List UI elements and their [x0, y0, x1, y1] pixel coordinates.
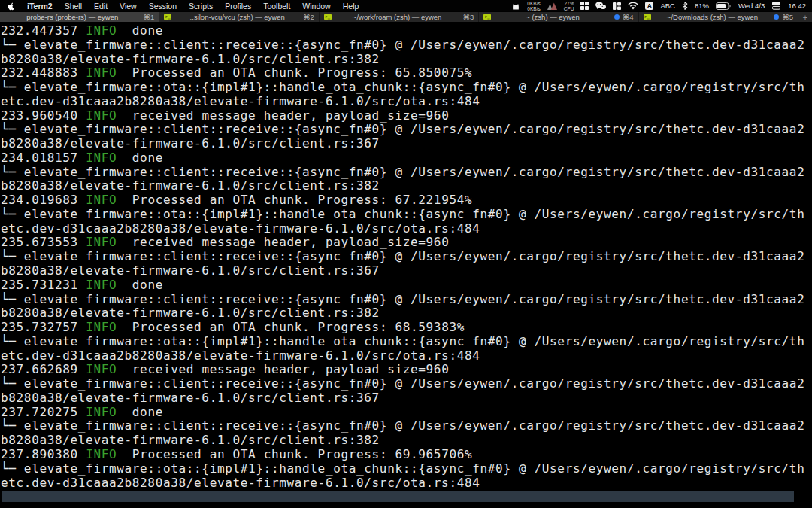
terminal-output[interactable]: 232.447357 INFO done└─ elevate_firmware:…	[0, 22, 812, 508]
log-level: INFO	[86, 108, 117, 123]
log-location: b8280a38/elevate-firmware-6.1.0/src/clie…	[1, 53, 812, 67]
tab-shortcut: ⌘2	[303, 13, 314, 21]
log-location: └─ elevate_firmware::ota::{impl#1}::hand…	[1, 335, 812, 349]
menu-help[interactable]: Help	[343, 2, 359, 11]
log-location: etc.dev-d31caaa2b8280a38/elevate-firmwar…	[1, 222, 812, 236]
log-location: b8280a38/elevate-firmware-6.1.0/src/clie…	[1, 137, 812, 151]
cpu-percent: 27%	[564, 1, 574, 6]
wifi-icon[interactable]	[628, 2, 638, 10]
menu-iterm2[interactable]: iTerm2	[27, 2, 53, 11]
log-location: └─ elevate_firmware::client::receive::{a…	[1, 419, 812, 433]
battery-icon	[716, 2, 732, 10]
log-line: 232.447357 INFO done	[1, 24, 812, 38]
log-line: 235.673553 INFO received message header,…	[1, 236, 812, 250]
tab-title: ~/Downloads (zsh) — eywen	[654, 13, 771, 21]
terminal-icon: >_	[483, 14, 491, 20]
log-line: 234.019683 INFO Processed an OTA chunk. …	[1, 193, 812, 208]
menubar-clock[interactable]: 16:42	[788, 2, 806, 10]
new-tab-button[interactable]: +	[798, 12, 812, 22]
log-location: etc.dev-d31caaa2b8280a38/elevate-firmwar…	[1, 95, 812, 109]
apple-menu[interactable]	[8, 2, 15, 11]
input-source-icon[interactable]: A	[645, 2, 653, 10]
log-line: 233.960540 INFO received message header,…	[1, 109, 812, 123]
tab-shortcut: ⌘1	[144, 13, 155, 21]
net-down: 0KB/s	[527, 6, 540, 11]
log-location: └─ elevate_firmware::client::receive::{a…	[1, 166, 812, 180]
menu-shell[interactable]: Shell	[65, 2, 82, 11]
cpu-label: CPU	[564, 6, 574, 11]
terminal-icon: >_	[644, 14, 651, 20]
log-level: INFO	[86, 235, 117, 249]
bluetooth-icon[interactable]	[682, 2, 688, 10]
log-location: b8280a38/elevate-firmware-6.1.0/src/clie…	[1, 179, 812, 193]
log-location: etc.dev-d31caaa2b8280a38/elevate-firmwar…	[1, 476, 812, 491]
log-location: └─ elevate_firmware::ota::{impl#1}::hand…	[1, 208, 812, 222]
tab-shortcut: ⌘5	[782, 13, 793, 21]
log-location: └─ elevate_firmware::client::receive::{a…	[1, 293, 812, 307]
stage-tiles-icon[interactable]	[613, 2, 621, 10]
log-level: INFO	[86, 362, 117, 376]
tab-3[interactable]: >_~/work/roam (zsh) — eywen⌘3	[320, 12, 479, 22]
tab-title: ~ (zsh) — eywen	[494, 13, 611, 21]
net-up: 0KB/s	[527, 1, 540, 6]
tab-bar: probe-rs (probe-rs) — eywen⌘1>_..silon-v…	[0, 11, 812, 22]
cpu-usage[interactable]: 27% CPU	[564, 1, 574, 11]
tab-5[interactable]: >_~/Downloads (zsh) — eywen⌘5	[639, 12, 798, 22]
window-manager-icon[interactable]	[580, 2, 589, 10]
cursor-line-highlight	[2, 491, 794, 502]
log-location: └─ elevate_firmware::client::receive::{a…	[1, 38, 812, 53]
terminal-icon: >_	[324, 14, 332, 20]
tab-title: ~/work/roam (zsh) — eywen	[335, 13, 460, 21]
log-location: └─ elevate_firmware::client::receive::{a…	[1, 250, 812, 264]
menu-view[interactable]: View	[120, 2, 137, 11]
menu-session[interactable]: Session	[149, 2, 177, 11]
tab-shortcut: ⌘4	[623, 13, 634, 21]
log-level: INFO	[86, 278, 117, 292]
menu-bar: iTerm2ShellEditViewSessionScriptsProfile…	[0, 0, 812, 11]
log-level: INFO	[86, 447, 117, 461]
log-location: etc.dev-d31caaa2b8280a38/elevate-firmwar…	[1, 349, 812, 364]
menu-items: iTerm2ShellEditViewSessionScriptsProfile…	[8, 0, 359, 11]
menu-toolbelt[interactable]: Toolbelt	[263, 2, 290, 11]
menubar-date[interactable]: Wed 4/3	[738, 2, 765, 10]
tab-1[interactable]: probe-rs (probe-rs) — eywen⌘1	[0, 12, 159, 22]
log-line: 234.018157 INFO done	[1, 151, 812, 166]
log-location: └─ elevate_firmware::client::receive::{a…	[1, 123, 812, 137]
battery-percent[interactable]: 81%	[695, 2, 709, 10]
tab-4[interactable]: >_~ (zsh) — eywen⌘4	[479, 12, 638, 22]
tab-2[interactable]: >_..silon-vcu/vcu (zsh) — eywen⌘2	[159, 12, 319, 22]
log-level: INFO	[86, 320, 117, 334]
input-source-label[interactable]: ABC	[660, 2, 675, 10]
tab-title: probe-rs (probe-rs) — eywen	[5, 13, 141, 21]
log-level: INFO	[86, 151, 117, 165]
desktop: iTerm2ShellEditViewSessionScriptsProfile…	[0, 0, 812, 508]
log-location: b8280a38/elevate-firmware-6.1.0/src/clie…	[1, 391, 812, 406]
wechat-icon[interactable]	[595, 2, 606, 10]
log-line: 235.731231 INFO done	[1, 278, 812, 293]
tab-shortcut: ⌘3	[462, 13, 474, 21]
network-speed[interactable]: 0KB/s 0KB/s	[527, 1, 540, 11]
displays-icon[interactable]	[771, 2, 781, 10]
log-line: 237.720275 INFO done	[1, 406, 812, 420]
log-line: 235.732757 INFO Processed an OTA chunk. …	[1, 321, 812, 335]
menu-window[interactable]: Window	[302, 2, 330, 11]
log-level: INFO	[86, 193, 117, 207]
menubar-app-icon[interactable]	[511, 2, 520, 11]
m-mountain-icon[interactable]	[547, 2, 557, 10]
tab-title: ..silon-vcu/vcu (zsh) — eywen	[174, 13, 300, 21]
log-location: └─ elevate_firmware::ota::{impl#1}::hand…	[1, 462, 812, 476]
menu-scripts[interactable]: Scripts	[189, 2, 213, 11]
log-line: 237.890380 INFO Processed an OTA chunk. …	[1, 448, 812, 462]
log-location: b8280a38/elevate-firmware-6.1.0/src/clie…	[1, 264, 812, 278]
terminal-icon: >_	[164, 14, 171, 20]
activity-dot	[614, 14, 620, 20]
status-icons: 0KB/s 0KB/s 27% CPU A ABC	[511, 0, 806, 11]
log-level: INFO	[86, 405, 117, 419]
menu-profiles[interactable]: Profiles	[225, 2, 251, 11]
log-level: INFO	[86, 23, 117, 38]
activity-dot	[774, 14, 779, 20]
log-location: └─ elevate_firmware::ota::{impl#1}::hand…	[1, 81, 812, 95]
apple-icon	[8, 2, 15, 11]
log-level: INFO	[86, 65, 117, 80]
menu-edit[interactable]: Edit	[94, 2, 108, 11]
